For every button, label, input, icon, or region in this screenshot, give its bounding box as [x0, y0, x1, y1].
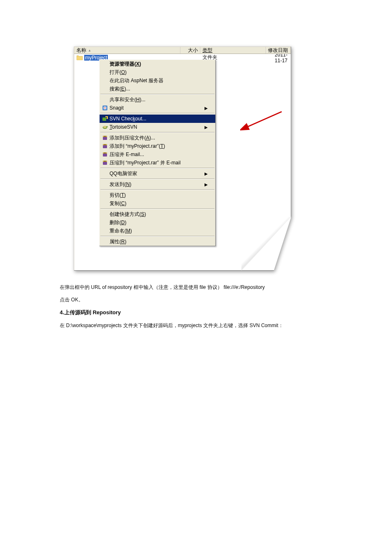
mi-delete[interactable]: 删除(D) [100, 218, 215, 227]
mi-shortcut-label: 创建快捷方式(S) [110, 211, 146, 217]
col-type-label: 类型 [202, 47, 212, 54]
winrar-icon [101, 143, 109, 149]
winrar-icon [101, 152, 109, 157]
col-date-label: 修改日期 [268, 47, 288, 54]
tortoisesvn-icon [101, 124, 109, 130]
mi-aspnet[interactable]: 在此启动 AspNet 服务器 [100, 76, 215, 85]
menu-separator [100, 168, 214, 169]
document-page: 名称 ▲ 大小 类型 修改日期 [0, 0, 392, 555]
mi-search-label: 搜索(E)... [110, 86, 130, 92]
mi-snagit[interactable]: Snagit ▶ [100, 104, 215, 112]
svg-point-2 [105, 108, 106, 109]
mi-share-label: 共享和安全(H)... [110, 97, 146, 103]
paragraph-3: 在 D:\workspace\myprojects 文件夹下创建好源码后，myp… [60, 320, 325, 330]
sort-asc-icon: ▲ [88, 49, 91, 52]
col-size[interactable]: 大小 [180, 47, 200, 54]
menu-separator [100, 113, 214, 114]
mi-copy[interactable]: 复制(C) [100, 199, 215, 208]
explorer-column-header[interactable]: 名称 ▲ 大小 类型 修改日期 [74, 47, 291, 54]
mi-compress-rar-email-label: 压缩到 “myProject.rar” 并 E-mail [110, 160, 180, 166]
submenu-arrow-icon: ▶ [205, 106, 208, 110]
mi-tortoisesvn[interactable]: TortoiseSVN ▶ [100, 123, 215, 131]
mi-properties-label: 属性(R) [110, 239, 127, 244]
svg-line-19 [246, 112, 282, 127]
folder-icon [76, 55, 83, 60]
mi-rename-label: 重命名(M) [110, 228, 132, 234]
mi-search[interactable]: 搜索(E)... [100, 85, 215, 93]
paragraph-1: 在弹出框中的 URL of respository 框中输入（注意，这里是使用 … [60, 282, 325, 292]
svn-checkout-icon [101, 116, 109, 122]
mi-aspnet-label: 在此启动 AspNet 服务器 [109, 77, 208, 84]
mi-properties[interactable]: 属性(R) [100, 237, 215, 246]
mi-add-rar-label: 添加到 “myProject.rar”(T) [110, 143, 165, 149]
svg-rect-18 [105, 161, 106, 162]
mi-snagit-label: Snagit [109, 105, 205, 111]
screenshot-container: 名称 ▲ 大小 类型 修改日期 [74, 46, 291, 271]
winrar-icon [101, 160, 109, 166]
mi-send-to[interactable]: 发送到(N) ▶ [100, 180, 215, 188]
mi-send-to-label: 发送到(N) [110, 181, 131, 187]
mi-svn-checkout[interactable]: SVN Checkout... [100, 115, 215, 123]
mi-tortoisesvn-label: TortoiseSVN [110, 124, 137, 130]
mi-shortcut[interactable]: 创建快捷方式(S) [100, 210, 215, 218]
menu-separator [100, 236, 214, 237]
mi-add-archive[interactable]: 添加到压缩文件(A)... [100, 134, 215, 142]
mi-explorer-mgr[interactable]: 资源管理器(X) [100, 60, 215, 68]
context-menu: 资源管理器(X) 打开(O) 在此启动 AspNet 服务器 搜索(E)... [99, 59, 216, 246]
submenu-arrow-icon: ▶ [205, 182, 208, 187]
mi-share[interactable]: 共享和安全(H)... [100, 95, 215, 104]
mi-add-rar[interactable]: 添加到 “myProject.rar”(T) [100, 142, 215, 150]
menu-separator [100, 94, 214, 95]
col-name[interactable]: 名称 ▲ [74, 47, 180, 54]
svg-point-6 [106, 126, 107, 127]
paragraph-2: 点击 OK。 [60, 295, 325, 305]
mi-qq-guard-label: QQ电脑管家 [109, 170, 205, 177]
document-body-text: 在弹出框中的 URL of respository 框中输入（注意，这里是使用 … [60, 282, 325, 330]
svg-rect-3 [102, 117, 106, 121]
col-date[interactable]: 修改日期 [266, 47, 291, 54]
mi-add-archive-label: 添加到压缩文件(A)... [110, 135, 155, 141]
submenu-arrow-icon: ▶ [205, 171, 208, 176]
mi-open[interactable]: 打开(O) [100, 68, 215, 76]
col-size-label: 大小 [188, 47, 198, 54]
svg-point-5 [103, 126, 107, 128]
svg-rect-12 [105, 144, 106, 145]
mi-svn-checkout-label: SVN Checkout... [110, 116, 146, 122]
col-name-label: 名称 [76, 47, 86, 54]
mi-compress-rar-email[interactable]: 压缩到 “myProject.rar” 并 E-mail [100, 159, 215, 167]
mi-open-label: 打开(O) [110, 69, 127, 75]
menu-separator [100, 178, 214, 179]
mi-delete-label: 删除(D) [110, 220, 127, 225]
mi-compress-email-label: 压缩并 E-mail... [109, 151, 208, 158]
winrar-icon [101, 135, 109, 141]
mi-compress-email[interactable]: 压缩并 E-mail... [100, 150, 215, 159]
snagit-icon [101, 105, 109, 111]
mi-rename[interactable]: 重命名(M) [100, 227, 215, 235]
submenu-arrow-icon: ▶ [205, 125, 208, 130]
menu-separator [100, 189, 214, 190]
svg-rect-15 [105, 152, 106, 154]
menu-separator [100, 208, 214, 209]
menu-separator [100, 132, 214, 133]
svg-rect-9 [105, 136, 106, 137]
mi-qq-guard[interactable]: QQ电脑管家 ▶ [100, 169, 215, 178]
mi-cut[interactable]: 剪切(T) [100, 191, 215, 199]
mi-explorer-mgr-label: 资源管理器(X) [110, 61, 141, 67]
col-type[interactable]: 类型 [200, 47, 266, 54]
heading-4: 4.上传源码到 Repository [60, 307, 325, 318]
mi-copy-label: 复制(C) [110, 200, 127, 206]
mi-cut-label: 剪切(T) [110, 192, 126, 198]
red-arrow-annotation [240, 108, 307, 133]
